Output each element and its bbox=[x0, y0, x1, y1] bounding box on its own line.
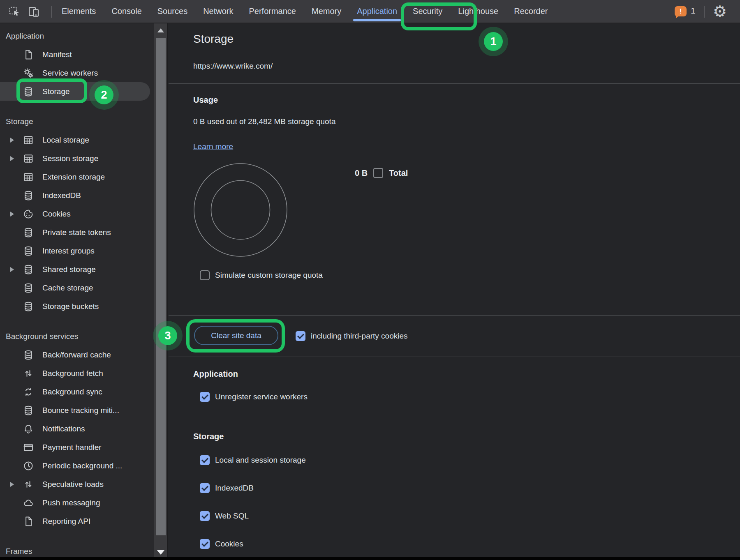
gears-icon bbox=[22, 67, 35, 79]
sidebar-item-label: Storage buckets bbox=[42, 302, 99, 311]
tab-security[interactable]: Security bbox=[405, 0, 450, 23]
sidebar-item-cookies[interactable]: Cookies bbox=[0, 205, 154, 223]
cookies-label: Cookies bbox=[215, 539, 243, 548]
indexeddb-row: IndexedDB bbox=[200, 483, 254, 493]
sidebar-section-header-background-services: Background services bbox=[0, 327, 154, 346]
sidebar-item-extension-storage[interactable]: Extension storage bbox=[0, 168, 154, 186]
sidebar-item-label: Session storage bbox=[42, 154, 98, 163]
web-sql-label: Web SQL bbox=[215, 512, 249, 521]
usage-summary: 0 B used out of 28,482 MB storage quota bbox=[193, 117, 335, 126]
sidebar-item-back-forward-cache[interactable]: Back/forward cache bbox=[0, 346, 154, 364]
indexeddb-label: IndexedDB bbox=[215, 484, 254, 493]
scrollbar-up-arrow-icon[interactable] bbox=[154, 23, 167, 37]
sidebar-item-shared-storage[interactable]: Shared storage bbox=[0, 260, 154, 279]
expand-triangle-icon[interactable] bbox=[10, 267, 22, 272]
database-icon bbox=[22, 301, 35, 312]
database-icon bbox=[22, 245, 35, 257]
sidebar-item-label: Reporting API bbox=[42, 517, 90, 526]
tab-label: Network bbox=[203, 7, 233, 16]
device-toolbar-icon[interactable] bbox=[27, 5, 41, 18]
application-section-heading: Application bbox=[193, 369, 238, 379]
sidebar-item-label: Speculative loads bbox=[42, 480, 104, 489]
sidebar-item-reporting-api[interactable]: Reporting API bbox=[0, 512, 154, 530]
tab-network[interactable]: Network bbox=[195, 0, 241, 23]
table-icon bbox=[22, 153, 35, 164]
sidebar-item-cache-storage[interactable]: Cache storage bbox=[0, 279, 154, 297]
expand-triangle-icon[interactable] bbox=[10, 212, 22, 217]
web-sql-row: Web SQL bbox=[200, 511, 249, 521]
database-icon bbox=[22, 264, 35, 275]
expand-triangle-icon[interactable] bbox=[10, 138, 22, 143]
sidebar-item-storage-buckets[interactable]: Storage buckets bbox=[0, 297, 154, 316]
sidebar-scrollbar[interactable] bbox=[154, 23, 167, 557]
web-sql-checkbox[interactable] bbox=[200, 511, 210, 521]
table-icon bbox=[22, 171, 35, 183]
gear-icon[interactable]: ⚙ bbox=[713, 2, 727, 21]
tab-label: Security bbox=[413, 7, 442, 16]
sidebar-item-indexeddb[interactable]: IndexedDB bbox=[0, 186, 154, 205]
clear-site-data-button[interactable]: Clear site data bbox=[194, 326, 278, 345]
sidebar-item-service-workers[interactable]: Service workers bbox=[0, 64, 154, 82]
tab-label: Elements bbox=[62, 7, 96, 16]
third-party-cookies-checkbox[interactable] bbox=[296, 331, 305, 341]
sidebar-item-label: Bounce tracking miti... bbox=[42, 406, 119, 415]
expand-triangle-icon[interactable] bbox=[10, 156, 22, 161]
tab-memory[interactable]: Memory bbox=[304, 0, 349, 23]
sidebar-item-notifications[interactable]: Notifications bbox=[0, 419, 154, 438]
updown-icon bbox=[22, 479, 35, 490]
total-value: 0 B bbox=[355, 168, 368, 178]
sidebar-item-interest-groups[interactable]: Interest groups bbox=[0, 242, 154, 260]
sidebar-item-background-fetch[interactable]: Background fetch bbox=[0, 364, 154, 383]
tab-lighthouse[interactable]: Lighthouse bbox=[450, 0, 506, 23]
simulate-quota-row: Simulate custom storage quota bbox=[200, 270, 323, 280]
sidebar-item-periodic-background-[interactable]: Periodic background ... bbox=[0, 456, 154, 475]
sidebar-item-local-storage[interactable]: Local storage bbox=[0, 131, 154, 149]
simulate-quota-checkbox[interactable] bbox=[200, 270, 210, 280]
total-checkbox[interactable] bbox=[373, 168, 383, 178]
learn-more-link[interactable]: Learn more bbox=[193, 142, 233, 151]
sidebar-item-background-sync[interactable]: Background sync bbox=[0, 383, 154, 401]
section-divider bbox=[169, 315, 740, 316]
tab-elements[interactable]: Elements bbox=[54, 0, 104, 23]
sidebar-item-label: Background fetch bbox=[42, 369, 103, 378]
sidebar-item-label: Cookies bbox=[42, 210, 71, 219]
issues-badge-icon[interactable]: ! bbox=[675, 6, 687, 16]
sidebar-item-session-storage[interactable]: Session storage bbox=[0, 149, 154, 168]
cookies-checkbox[interactable] bbox=[200, 539, 210, 549]
indexeddb-checkbox[interactable] bbox=[200, 483, 210, 493]
section-divider bbox=[169, 83, 740, 84]
third-party-cookies-row: including third-party cookies bbox=[296, 331, 408, 341]
inspect-element-icon[interactable] bbox=[7, 5, 21, 18]
origin-url: https://www.wrike.com/ bbox=[193, 62, 273, 71]
expand-triangle-icon[interactable] bbox=[10, 482, 22, 487]
tab-application[interactable]: Application bbox=[349, 0, 405, 23]
unregister-service-workers-label: Unregister service workers bbox=[215, 392, 308, 401]
sidebar-item-speculative-loads[interactable]: Speculative loads bbox=[0, 475, 154, 493]
scrollbar-thumb[interactable] bbox=[156, 38, 166, 535]
tab-performance[interactable]: Performance bbox=[241, 0, 304, 23]
tab-label: Application bbox=[357, 7, 397, 16]
updown-icon bbox=[22, 368, 35, 379]
tab-recorder[interactable]: Recorder bbox=[506, 0, 555, 23]
sidebar-item-manifest[interactable]: Manifest bbox=[0, 45, 154, 64]
sidebar-item-label: Cache storage bbox=[42, 283, 93, 293]
local-and-session-storage-checkbox[interactable] bbox=[200, 455, 210, 465]
file-icon bbox=[22, 49, 35, 60]
tab-label: Recorder bbox=[514, 7, 548, 16]
sidebar-item-label: Background sync bbox=[42, 387, 102, 396]
sidebar-item-bounce-tracking-miti-[interactable]: Bounce tracking miti... bbox=[0, 401, 154, 419]
tab-console[interactable]: Console bbox=[104, 0, 149, 23]
sidebar-item-label: Notifications bbox=[42, 424, 85, 433]
sidebar-item-private-state-tokens[interactable]: Private state tokens bbox=[0, 223, 154, 242]
tab-sources[interactable]: Sources bbox=[150, 0, 195, 23]
sidebar-item-label: Service workers bbox=[42, 69, 98, 78]
storage-section-heading: Storage bbox=[193, 432, 224, 441]
sidebar-item-payment-handler[interactable]: Payment handler bbox=[0, 438, 154, 456]
third-party-cookies-label: including third-party cookies bbox=[311, 332, 408, 341]
sidebar-item-push-messaging[interactable]: Push messaging bbox=[0, 493, 154, 512]
usage-heading: Usage bbox=[193, 95, 218, 105]
sidebar-item-storage[interactable]: Storage bbox=[0, 82, 150, 101]
scrollbar-down-arrow-icon[interactable] bbox=[154, 548, 167, 556]
unregister-service-workers-checkbox[interactable] bbox=[200, 392, 210, 402]
tab-label: Memory bbox=[312, 7, 341, 16]
